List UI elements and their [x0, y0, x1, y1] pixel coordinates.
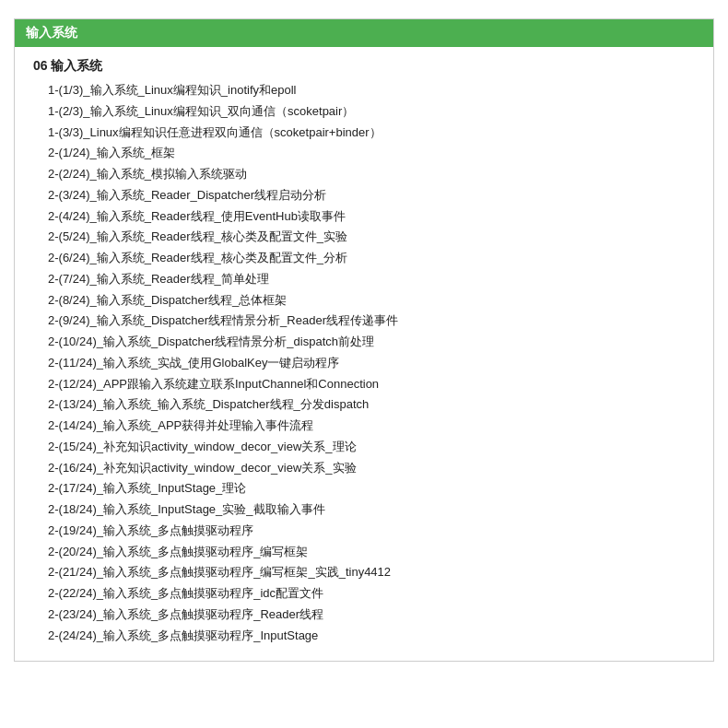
- content-area: 06 输入系统 1-(1/3)_输入系统_Linux编程知识_inotify和e…: [15, 47, 713, 661]
- item-list: 1-(1/3)_输入系统_Linux编程知识_inotify和epoll1-(2…: [29, 80, 699, 646]
- header-title: 输入系统: [26, 25, 77, 40]
- section-title: 06 输入系统: [29, 58, 699, 75]
- list-item[interactable]: 2-(3/24)_输入系统_Reader_Dispatcher线程启动分析: [48, 185, 699, 206]
- list-item[interactable]: 2-(8/24)_输入系统_Dispatcher线程_总体框架: [48, 290, 699, 311]
- list-item[interactable]: 2-(9/24)_输入系统_Dispatcher线程情景分析_Reader线程传…: [48, 311, 699, 332]
- list-item[interactable]: 2-(15/24)_补充知识activity_window_decor_view…: [48, 437, 699, 458]
- list-item[interactable]: 1-(2/3)_输入系统_Linux编程知识_双向通信（scoketpair）: [48, 101, 699, 123]
- list-item[interactable]: 2-(5/24)_输入系统_Reader线程_核心类及配置文件_实验: [48, 227, 699, 248]
- list-item[interactable]: 2-(6/24)_输入系统_Reader线程_核心类及配置文件_分析: [48, 248, 699, 269]
- list-item[interactable]: 2-(1/24)_输入系统_框架: [48, 143, 699, 164]
- list-item[interactable]: 2-(23/24)_输入系统_多点触摸驱动程序_Reader线程: [48, 605, 699, 626]
- list-item[interactable]: 2-(2/24)_输入系统_模拟输入系统驱动: [48, 164, 699, 185]
- list-item[interactable]: 2-(12/24)_APP跟输入系统建立联系InputChannel和Conne…: [48, 374, 699, 395]
- list-item[interactable]: 2-(4/24)_输入系统_Reader线程_使用EventHub读取事件: [48, 206, 699, 228]
- list-item[interactable]: 2-(19/24)_输入系统_多点触摸驱动程序: [48, 521, 699, 542]
- list-item[interactable]: 2-(10/24)_输入系统_Dispatcher线程情景分析_dispatch…: [48, 332, 699, 353]
- list-item[interactable]: 2-(22/24)_输入系统_多点触摸驱动程序_idc配置文件: [48, 583, 699, 605]
- list-item[interactable]: 2-(14/24)_输入系统_APP获得并处理输入事件流程: [48, 416, 699, 437]
- list-item[interactable]: 2-(7/24)_输入系统_Reader线程_简单处理: [48, 269, 699, 290]
- list-item[interactable]: 1-(1/3)_输入系统_Linux编程知识_inotify和epoll: [48, 80, 699, 101]
- list-item[interactable]: 2-(16/24)_补充知识activity_window_decor_view…: [48, 458, 699, 479]
- list-item[interactable]: 1-(3/3)_Linux编程知识任意进程双向通信（scoketpair+bin…: [48, 123, 699, 144]
- list-item[interactable]: 2-(17/24)_输入系统_InputStage_理论: [48, 478, 699, 499]
- list-item[interactable]: 2-(11/24)_输入系统_实战_使用GlobalKey一键启动程序: [48, 353, 699, 374]
- list-item[interactable]: 2-(13/24)_输入系统_输入系统_Dispatcher线程_分发dispa…: [48, 394, 699, 416]
- list-item[interactable]: 2-(20/24)_输入系统_多点触摸驱动程序_编写框架: [48, 542, 699, 563]
- list-item[interactable]: 2-(24/24)_输入系统_多点触摸驱动程序_InputStage: [48, 626, 699, 647]
- list-item[interactable]: 2-(21/24)_输入系统_多点触摸驱动程序_编写框架_实践_tiny4412: [48, 562, 699, 583]
- main-container: 输入系统 06 输入系统 1-(1/3)_输入系统_Linux编程知识_inot…: [14, 18, 714, 662]
- list-item[interactable]: 2-(18/24)_输入系统_InputStage_实验_截取输入事件: [48, 499, 699, 521]
- header: 输入系统: [15, 19, 713, 47]
